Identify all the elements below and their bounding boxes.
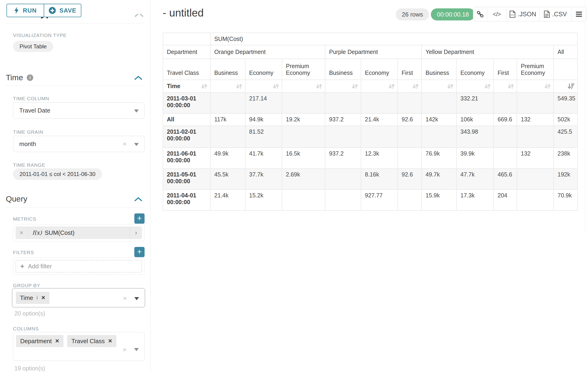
pivot-sort-cell xyxy=(210,80,245,93)
group-by-select[interactable]: Time i ✕ × xyxy=(12,288,145,307)
chip-remove-icon[interactable]: ✕ xyxy=(108,338,112,344)
chart-menu-button[interactable] xyxy=(571,7,586,21)
columns-label: COLUMNS xyxy=(13,326,39,331)
pivot-value-cell: 15.2k xyxy=(245,190,282,210)
run-button[interactable]: RUN xyxy=(7,4,44,17)
metric-chip[interactable]: × f(x) SUM(Cost) › xyxy=(16,226,142,239)
chip-remove-icon[interactable]: ✕ xyxy=(55,338,59,344)
caret-down-icon xyxy=(134,297,139,300)
visualization-type-label: VISUALIZATION TYPE xyxy=(13,32,67,38)
time-range-value[interactable]: 2011-01-01 ≤ col < 2011-06-30 xyxy=(13,168,102,180)
divider xyxy=(6,85,145,86)
sort-icon[interactable] xyxy=(388,83,395,89)
sort-icon[interactable] xyxy=(544,83,551,89)
sort-icon[interactable] xyxy=(201,83,208,89)
export-json-button[interactable]: </> .JSON xyxy=(506,7,539,21)
time-column-value: Travel Date xyxy=(19,103,50,119)
add-filter-button[interactable]: + Add filter xyxy=(16,260,142,273)
share-link-button[interactable] xyxy=(473,7,487,21)
sort-icon[interactable] xyxy=(272,83,279,89)
info-icon: i xyxy=(27,74,33,81)
pivot-value-cell: 41.7k xyxy=(245,148,282,169)
remove-metric-icon[interactable]: × xyxy=(16,226,28,239)
metrics-label: METRICS xyxy=(13,216,36,222)
time-column-select[interactable]: Travel Date xyxy=(13,102,145,118)
clear-icon[interactable]: × xyxy=(123,294,127,302)
sort-icon[interactable] xyxy=(507,83,514,89)
pivot-col-header: Business xyxy=(422,59,456,80)
pivot-value-cell xyxy=(398,148,422,169)
pivot-value-cell: 332.21 xyxy=(456,93,494,114)
pivot-sort-cell xyxy=(422,80,456,93)
pivot-value-cell: 502k xyxy=(554,114,578,126)
pivot-value-cell: 192k xyxy=(554,169,578,190)
sort-amount-desc-icon xyxy=(567,83,575,89)
sort-icon[interactable] xyxy=(351,83,358,89)
add-metric-button[interactable]: + xyxy=(134,213,145,224)
time-section-collapse-icon[interactable] xyxy=(134,76,142,81)
pivot-sort-cell xyxy=(517,80,554,93)
pivot-group-header: Purple Department xyxy=(325,45,422,59)
query-section-collapse-icon[interactable] xyxy=(134,197,142,202)
pivot-value-cell: 8.16k xyxy=(361,169,398,190)
pivot-sort-cell xyxy=(282,80,325,93)
chart-type-collapse-icon[interactable] xyxy=(134,14,144,17)
save-button[interactable]: SAVE xyxy=(44,4,81,17)
pivot-value-cell: 16.5k xyxy=(282,148,325,169)
caret-down-icon xyxy=(134,143,139,146)
sort-arrows-icon xyxy=(351,83,358,89)
pivot-value-cell: 49.7k xyxy=(422,169,456,190)
sort-arrows-icon xyxy=(388,83,395,89)
sort-icon[interactable] xyxy=(447,83,454,89)
filters-label: FILTERS xyxy=(13,250,34,255)
columns-select[interactable]: Department ✕ Travel Class ✕ × xyxy=(13,332,145,361)
pivot-metric-header: SUM(Cost) xyxy=(210,33,578,45)
pivot-value-cell: 47.7k xyxy=(456,169,494,190)
pivot-value-cell xyxy=(517,169,554,190)
sort-icon[interactable] xyxy=(484,83,491,89)
table-row: 2011-02-01 00:00:0081.52343.98425.5 xyxy=(163,126,578,148)
pivot-value-cell: 927.77 xyxy=(361,190,398,210)
sort-icon[interactable] xyxy=(412,83,419,89)
pivot-value-cell: 217.14 xyxy=(245,93,282,114)
query-section-header[interactable]: Query xyxy=(6,194,27,203)
file-code-icon: </> xyxy=(509,11,515,18)
group-by-options-hint: 20 option(s) xyxy=(14,310,45,317)
pivot-value-cell: 19.2k xyxy=(282,114,325,126)
table-row: 2011-05-01 00:00:0045.5k37.7k2.69k8.16k9… xyxy=(163,169,578,190)
add-filter-plus-button[interactable]: + xyxy=(134,247,145,257)
time-section-header[interactable]: Time i xyxy=(6,73,33,82)
export-button-group: </> </> .JSON .CSV xyxy=(473,7,586,21)
sort-desc-icon[interactable] xyxy=(567,83,575,89)
pivot-value-cell: 15.9k xyxy=(422,190,456,210)
query-timer-badge: 00:00:00.18 xyxy=(431,8,475,21)
add-filter-label: Add filter xyxy=(28,263,52,270)
pivot-value-cell: 21.4k xyxy=(361,114,398,126)
embed-code-button[interactable]: </> xyxy=(487,7,506,21)
clear-icon[interactable]: × xyxy=(123,140,127,148)
pivot-col-header: Economy xyxy=(456,59,494,80)
table-row: All117k94.9k19.2k937.221.4k92.6142k106k6… xyxy=(163,114,578,126)
chart-title[interactable]: - untitled xyxy=(163,7,204,19)
pivot-value-cell xyxy=(422,93,456,114)
group-by-chip-time[interactable]: Time i ✕ xyxy=(16,292,50,304)
columns-chip-department[interactable]: Department ✕ xyxy=(16,335,63,347)
metrics-container: × f(x) SUM(Cost) › xyxy=(13,224,145,241)
pivot-value-cell: 45.5k xyxy=(210,169,245,190)
export-csv-button[interactable]: .CSV xyxy=(539,7,571,21)
sort-icon[interactable] xyxy=(236,83,243,89)
sort-icon[interactable] xyxy=(316,83,323,89)
chevron-right-icon[interactable]: › xyxy=(130,226,142,239)
pivot-value-cell: 238k xyxy=(554,148,578,169)
time-grain-select[interactable]: month × xyxy=(13,136,145,152)
pivot-row-label: 2011-04-01 00:00:00 xyxy=(163,190,210,210)
pivot-value-cell xyxy=(517,93,554,114)
pivot-value-cell: 937.2 xyxy=(325,148,361,169)
pivot-time-header: Time xyxy=(163,80,210,93)
pivot-value-cell xyxy=(517,190,554,210)
columns-chip-travel-class[interactable]: Travel Class ✕ xyxy=(67,335,116,347)
visualization-type-value[interactable]: Pivot Table xyxy=(13,41,53,52)
chip-remove-icon[interactable]: ✕ xyxy=(41,295,45,301)
clear-icon[interactable]: × xyxy=(123,346,127,354)
pivot-group-header: All xyxy=(554,45,578,59)
